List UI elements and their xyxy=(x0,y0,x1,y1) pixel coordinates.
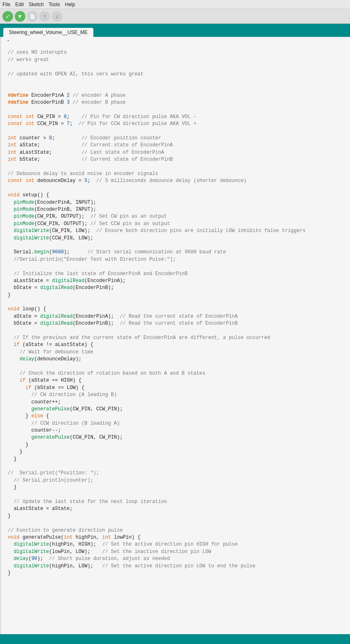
code-line: generatePulse(CW_PIN, CCW_PIN); xyxy=(8,406,345,413)
code-line xyxy=(8,107,345,114)
code-line: aLastState = digitalRead(EncoderPinA); xyxy=(8,278,345,284)
menu-bar: File Edit Sketch Tools Help xyxy=(0,0,350,9)
code-line: const int CCW_PIN = 7; // Pin for CCW di… xyxy=(8,121,345,127)
code-line: counter++; xyxy=(8,399,345,406)
code-line: #define EncoderPinA 2 // encoder A phase xyxy=(8,92,345,99)
code-line: int aLastState; // Last state of Encoder… xyxy=(8,149,345,156)
cursor xyxy=(8,40,9,41)
menu-help[interactable]: Help xyxy=(65,2,75,7)
code-line xyxy=(8,128,345,135)
code-line: // If the previous and the current state… xyxy=(8,335,345,341)
code-line: // Serial.println(counter); xyxy=(8,477,345,484)
code-line: } xyxy=(8,448,345,455)
code-line xyxy=(8,185,345,192)
code-line: // Check the direction of rotation based… xyxy=(8,370,345,377)
code-line: aLastState = aState; xyxy=(8,505,345,512)
menu-sketch[interactable]: Sketch xyxy=(29,2,44,7)
code-line xyxy=(8,328,345,335)
code-line: if (aState != aLastState) { xyxy=(8,341,345,348)
code-line xyxy=(8,299,345,306)
code-line: digitalWrite(lowPin, LOW); // Set the in… xyxy=(8,548,345,555)
code-line: if (aState == HIGH) { xyxy=(8,377,345,384)
code-line: aState = digitalRead(EncoderPinA); // Re… xyxy=(8,313,345,320)
code-line: digitalWrite(highPin, HIGH); // Set the … xyxy=(8,541,345,548)
code-line: } xyxy=(8,292,345,299)
code-line: int counter = 0; // Encoder position cou… xyxy=(8,135,345,142)
code-line: } xyxy=(8,570,345,577)
code-line: } xyxy=(8,513,345,520)
open-button[interactable]: ↑ xyxy=(39,11,50,22)
code-line: } xyxy=(8,484,345,491)
menu-file[interactable]: File xyxy=(2,2,10,7)
code-line: delay(debounceDelay); xyxy=(8,356,345,363)
code-line: pinMode(CCW_PIN, OUTPUT); // Set CCW pin… xyxy=(8,221,345,228)
code-line: // CCW direction (B leading A) xyxy=(8,420,345,427)
code-line: const int CW_PIN = 8; // Pin for CW dire… xyxy=(8,114,345,121)
code-line: // Update the last state for the next lo… xyxy=(8,498,345,505)
code-line: digitalWrite(CW_PIN, LOW); // Ensure bot… xyxy=(8,228,345,234)
code-line: // Wait for debounce time xyxy=(8,349,345,356)
code-line: pinMode(CW_PIN, OUTPUT); // Set CW pin a… xyxy=(8,213,345,220)
code-line: counter--; xyxy=(8,427,345,434)
code-line: // Function to generate direction pulse xyxy=(8,527,345,534)
code-line: digitalWrite(highPin, LOW); // Set the a… xyxy=(8,563,345,570)
code-line: int bState; // Current state of EncoderP… xyxy=(8,156,345,163)
tab-sketch[interactable]: Steering_wheel_Volume__USE_ME xyxy=(3,28,93,37)
code-line: generatePulse(CCW_PIN, CW_PIN); xyxy=(8,434,345,441)
code-line xyxy=(8,520,345,527)
code-line: int aState; // Current state of EncoderP… xyxy=(8,142,345,149)
code-line: // uses NO interupts xyxy=(8,49,345,56)
code-line: } xyxy=(8,456,345,463)
code-line: const int debounceDelay = 5; // 5 millis… xyxy=(8,177,345,184)
toolbar: ✓ ➤ 📄 ↑ ↓ xyxy=(0,9,350,24)
menu-edit[interactable]: Edit xyxy=(15,2,24,7)
code-line xyxy=(8,363,345,370)
verify-button[interactable]: ✓ xyxy=(2,11,13,22)
menu-tools[interactable]: Tools xyxy=(49,2,60,7)
code-line xyxy=(8,463,345,470)
upload-button[interactable]: ➤ xyxy=(15,11,25,22)
code-line: void setup() { xyxy=(8,192,345,199)
code-line: // works great xyxy=(8,57,345,64)
code-line xyxy=(8,492,345,498)
new-button[interactable]: 📄 xyxy=(27,11,38,22)
code-line: //Serial.println("Encoder Test with Dire… xyxy=(8,256,345,263)
code-line: bState = digitalRead(EncoderPinB); xyxy=(8,284,345,291)
code-line: } else { xyxy=(8,413,345,420)
code-line: // Debounce delay to avoid noise in enco… xyxy=(8,171,345,177)
code-line: digitalWrite(CCW_PIN, LOW); xyxy=(8,235,345,242)
code-line: void loop() { xyxy=(8,306,345,313)
code-line: } xyxy=(8,441,345,448)
code-line: // Initialize the last state of EncoderP… xyxy=(8,271,345,278)
status-bar xyxy=(0,634,350,644)
code-line: Serial.begin(9600); // Start serial comm… xyxy=(8,249,345,256)
code-line: // CW direction (A leading B) xyxy=(8,391,345,398)
code-line: bState = digitalRead(EncoderPinB); // Re… xyxy=(8,320,345,327)
code-line: pinMode(EncoderPinA, INPUT); xyxy=(8,199,345,206)
save-button[interactable]: ↓ xyxy=(52,11,62,22)
tab-bar: Steering_wheel_Volume__USE_ME xyxy=(0,24,350,37)
code-line xyxy=(8,164,345,171)
code-line: // updated with OPEN AI, this vers works… xyxy=(8,71,345,78)
code-line xyxy=(8,42,345,49)
code-line xyxy=(8,263,345,270)
code-line: void generatePulse(int highPin, int lowP… xyxy=(8,534,345,541)
editor: // uses NO interupts // works great // u… xyxy=(0,37,350,644)
code-line xyxy=(8,242,345,249)
code-line xyxy=(8,78,345,85)
code-line xyxy=(8,85,345,92)
code-line: // Serial.print("Position: "); xyxy=(8,470,345,477)
code-line: delay(90); // Short pulse duration, adju… xyxy=(8,555,345,562)
code-line: if (bState == LOW) { xyxy=(8,385,345,391)
code-line: #define EncoderPinB 3 // encoder B phase xyxy=(8,99,345,106)
code-line xyxy=(8,64,345,71)
code-line: pinMode(EncoderPinB, INPUT); xyxy=(8,206,345,213)
